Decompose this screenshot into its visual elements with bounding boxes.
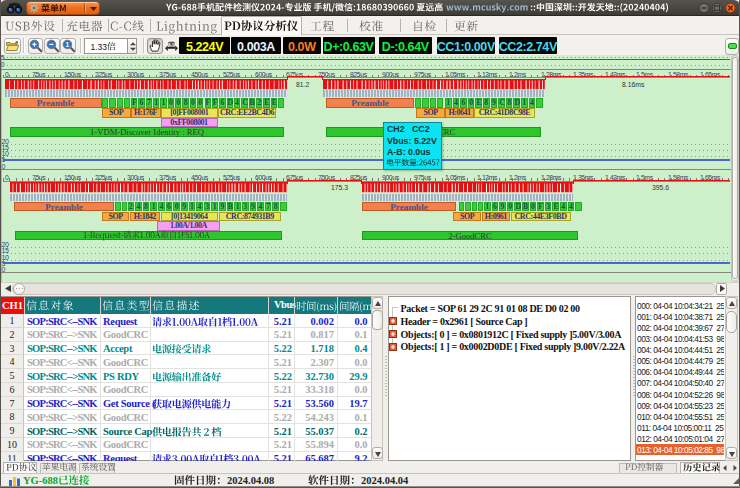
svg-text:A-B: A-B: [168, 42, 175, 47]
svg-text:1: 1: [65, 40, 69, 47]
